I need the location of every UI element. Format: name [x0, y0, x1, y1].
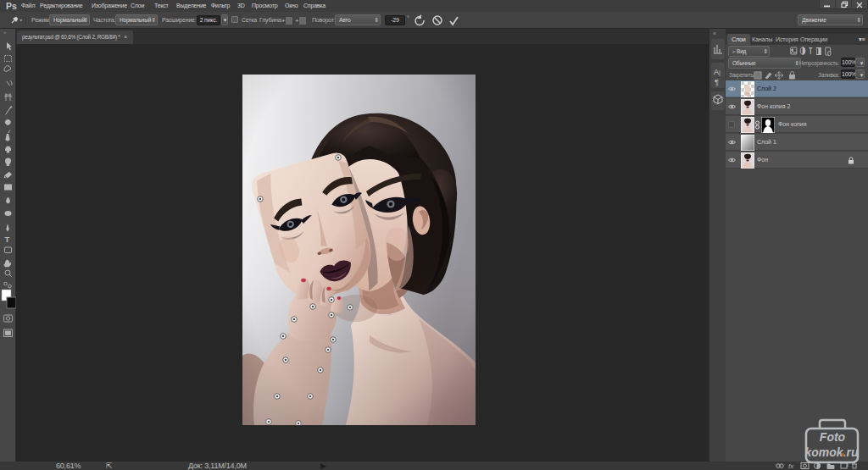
svg-text:+: +	[295, 17, 299, 25]
svg-text:+: +	[281, 17, 286, 25]
svg-text:«: «	[713, 30, 716, 36]
svg-text:A|: A|	[714, 68, 721, 76]
svg-text:»: »	[3, 30, 7, 35]
svg-text:T: T	[809, 47, 813, 56]
svg-text:komok.ru: komok.ru	[804, 445, 858, 459]
svg-text:Foto: Foto	[820, 430, 846, 444]
svg-text:¶: ¶	[715, 78, 719, 86]
svg-text:fx: fx	[788, 462, 794, 470]
svg-text:T: T	[5, 235, 10, 244]
